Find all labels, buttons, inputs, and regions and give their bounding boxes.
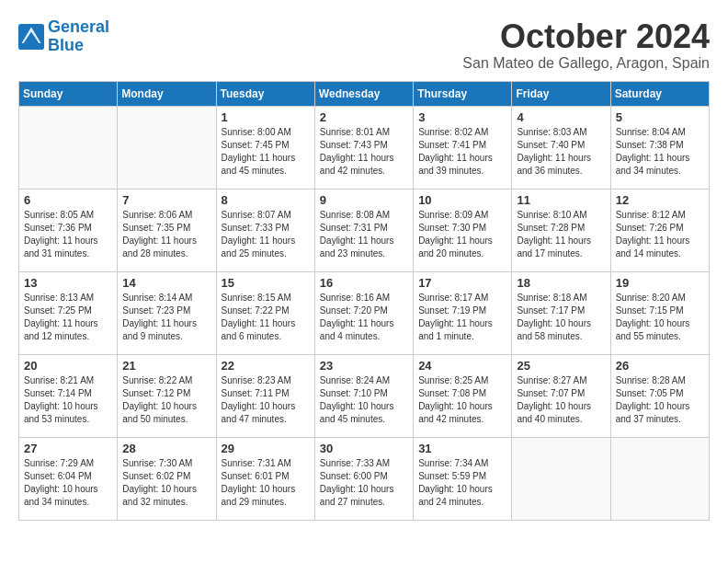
day-number: 22 (222, 359, 310, 373)
cell-content: Sunrise: 8:16 AM Sunset: 7:20 PM Dayligh… (320, 292, 408, 343)
logo-line2: Blue (48, 36, 84, 54)
calendar-week-row: 27Sunrise: 7:29 AM Sunset: 6:04 PM Dayli… (19, 437, 710, 520)
cell-content: Sunrise: 7:33 AM Sunset: 6:00 PM Dayligh… (320, 457, 408, 509)
calendar-cell: 25Sunrise: 8:27 AM Sunset: 7:07 PM Dayli… (512, 354, 610, 437)
day-number: 16 (320, 276, 408, 290)
weekday-header: Tuesday (216, 81, 314, 106)
cell-content: Sunrise: 8:12 AM Sunset: 7:26 PM Dayligh… (616, 209, 704, 260)
calendar-cell (118, 106, 216, 189)
day-number: 18 (517, 276, 605, 290)
weekday-header: Wednesday (314, 81, 413, 106)
calendar-cell: 22Sunrise: 8:23 AM Sunset: 7:11 PM Dayli… (216, 354, 314, 437)
logo: General Blue (18, 18, 109, 55)
calendar-cell: 10Sunrise: 8:09 AM Sunset: 7:30 PM Dayli… (414, 189, 512, 271)
day-number: 8 (222, 193, 310, 207)
cell-content: Sunrise: 8:00 AM Sunset: 7:45 PM Dayligh… (222, 126, 310, 178)
calendar-cell: 17Sunrise: 8:17 AM Sunset: 7:19 PM Dayli… (414, 271, 512, 354)
cell-content: Sunrise: 8:03 AM Sunset: 7:40 PM Dayligh… (517, 126, 605, 178)
calendar-week-row: 6Sunrise: 8:05 AM Sunset: 7:36 PM Daylig… (19, 189, 710, 271)
cell-content: Sunrise: 8:02 AM Sunset: 7:41 PM Dayligh… (418, 126, 506, 178)
calendar-cell: 2Sunrise: 8:01 AM Sunset: 7:43 PM Daylig… (314, 106, 413, 189)
cell-content: Sunrise: 8:23 AM Sunset: 7:11 PM Dayligh… (222, 374, 310, 426)
calendar-cell: 6Sunrise: 8:05 AM Sunset: 7:36 PM Daylig… (19, 189, 118, 271)
cell-content: Sunrise: 7:34 AM Sunset: 5:59 PM Dayligh… (418, 457, 506, 509)
calendar-cell: 30Sunrise: 7:33 AM Sunset: 6:00 PM Dayli… (314, 437, 413, 520)
day-number: 31 (418, 442, 506, 455)
calendar-cell: 15Sunrise: 8:15 AM Sunset: 7:22 PM Dayli… (216, 271, 314, 354)
calendar-body: 1Sunrise: 8:00 AM Sunset: 7:45 PM Daylig… (19, 106, 710, 520)
calendar-table: SundayMondayTuesdayWednesdayThursdayFrid… (18, 81, 710, 521)
day-number: 27 (24, 442, 112, 455)
cell-content: Sunrise: 8:28 AM Sunset: 7:05 PM Dayligh… (616, 374, 704, 426)
cell-content: Sunrise: 8:08 AM Sunset: 7:31 PM Dayligh… (320, 209, 408, 260)
cell-content: Sunrise: 8:25 AM Sunset: 7:08 PM Dayligh… (418, 374, 506, 426)
cell-content: Sunrise: 8:06 AM Sunset: 7:35 PM Dayligh… (122, 209, 210, 260)
calendar-week-row: 13Sunrise: 8:13 AM Sunset: 7:25 PM Dayli… (19, 271, 710, 354)
day-number: 29 (222, 442, 310, 455)
cell-content: Sunrise: 8:17 AM Sunset: 7:19 PM Dayligh… (418, 292, 506, 343)
cell-content: Sunrise: 8:05 AM Sunset: 7:36 PM Dayligh… (24, 209, 112, 260)
calendar-cell: 3Sunrise: 8:02 AM Sunset: 7:41 PM Daylig… (414, 106, 512, 189)
calendar-cell: 21Sunrise: 8:22 AM Sunset: 7:12 PM Dayli… (118, 354, 216, 437)
calendar-cell: 23Sunrise: 8:24 AM Sunset: 7:10 PM Dayli… (314, 354, 413, 437)
calendar-cell: 13Sunrise: 8:13 AM Sunset: 7:25 PM Dayli… (19, 271, 118, 354)
day-number: 10 (418, 193, 506, 207)
cell-content: Sunrise: 7:31 AM Sunset: 6:01 PM Dayligh… (222, 457, 310, 509)
day-number: 3 (418, 110, 506, 124)
calendar-cell: 27Sunrise: 7:29 AM Sunset: 6:04 PM Dayli… (19, 437, 118, 520)
calendar-cell: 12Sunrise: 8:12 AM Sunset: 7:26 PM Dayli… (610, 189, 709, 271)
day-number: 6 (24, 193, 112, 207)
calendar-header: SundayMondayTuesdayWednesdayThursdayFrid… (19, 81, 710, 106)
logo-text: General Blue (48, 18, 109, 55)
day-number: 26 (616, 359, 704, 373)
cell-content: Sunrise: 7:30 AM Sunset: 6:02 PM Dayligh… (122, 457, 210, 509)
day-number: 1 (222, 110, 310, 124)
cell-content: Sunrise: 8:07 AM Sunset: 7:33 PM Dayligh… (222, 209, 310, 260)
weekday-header: Monday (118, 81, 216, 106)
day-number: 13 (24, 276, 112, 290)
calendar-cell: 14Sunrise: 8:14 AM Sunset: 7:23 PM Dayli… (118, 271, 216, 354)
day-number: 19 (616, 276, 704, 290)
day-number: 5 (616, 110, 704, 124)
calendar-cell: 1Sunrise: 8:00 AM Sunset: 7:45 PM Daylig… (216, 106, 314, 189)
month-title: October 2024 (462, 18, 710, 55)
calendar-cell: 18Sunrise: 8:18 AM Sunset: 7:17 PM Dayli… (512, 271, 610, 354)
cell-content: Sunrise: 8:18 AM Sunset: 7:17 PM Dayligh… (517, 292, 605, 343)
day-number: 11 (517, 193, 605, 207)
calendar-cell: 29Sunrise: 7:31 AM Sunset: 6:01 PM Dayli… (216, 437, 314, 520)
calendar-cell: 11Sunrise: 8:10 AM Sunset: 7:28 PM Dayli… (512, 189, 610, 271)
cell-content: Sunrise: 8:21 AM Sunset: 7:14 PM Dayligh… (24, 374, 112, 426)
cell-content: Sunrise: 8:01 AM Sunset: 7:43 PM Dayligh… (320, 126, 408, 178)
calendar-cell: 19Sunrise: 8:20 AM Sunset: 7:15 PM Dayli… (610, 271, 709, 354)
day-number: 7 (122, 193, 210, 207)
day-number: 2 (320, 110, 408, 124)
day-number: 12 (616, 193, 704, 207)
cell-content: Sunrise: 8:27 AM Sunset: 7:07 PM Dayligh… (517, 374, 605, 426)
weekday-header: Saturday (610, 81, 709, 106)
title-block: October 2024 San Mateo de Gallego, Arago… (462, 18, 710, 72)
day-number: 15 (222, 276, 310, 290)
location: San Mateo de Gallego, Aragon, Spain (462, 55, 710, 72)
logo-line1: General (48, 17, 109, 36)
cell-content: Sunrise: 8:20 AM Sunset: 7:15 PM Dayligh… (616, 292, 704, 343)
calendar-cell: 28Sunrise: 7:30 AM Sunset: 6:02 PM Dayli… (118, 437, 216, 520)
weekday-row: SundayMondayTuesdayWednesdayThursdayFrid… (19, 81, 710, 106)
day-number: 17 (418, 276, 506, 290)
cell-content: Sunrise: 8:22 AM Sunset: 7:12 PM Dayligh… (122, 374, 210, 426)
cell-content: Sunrise: 8:24 AM Sunset: 7:10 PM Dayligh… (320, 374, 408, 426)
day-number: 4 (517, 110, 605, 124)
calendar-cell: 8Sunrise: 8:07 AM Sunset: 7:33 PM Daylig… (216, 189, 314, 271)
calendar-week-row: 1Sunrise: 8:00 AM Sunset: 7:45 PM Daylig… (19, 106, 710, 189)
cell-content: Sunrise: 8:04 AM Sunset: 7:38 PM Dayligh… (616, 126, 704, 178)
cell-content: Sunrise: 8:10 AM Sunset: 7:28 PM Dayligh… (517, 209, 605, 260)
day-number: 14 (122, 276, 210, 290)
calendar-cell: 7Sunrise: 8:06 AM Sunset: 7:35 PM Daylig… (118, 189, 216, 271)
day-number: 21 (122, 359, 210, 373)
weekday-header: Friday (512, 81, 610, 106)
weekday-header: Sunday (19, 81, 118, 106)
calendar-cell: 26Sunrise: 8:28 AM Sunset: 7:05 PM Dayli… (610, 354, 709, 437)
calendar-cell (19, 106, 118, 189)
weekday-header: Thursday (414, 81, 512, 106)
cell-content: Sunrise: 7:29 AM Sunset: 6:04 PM Dayligh… (24, 457, 112, 509)
day-number: 23 (320, 359, 408, 373)
